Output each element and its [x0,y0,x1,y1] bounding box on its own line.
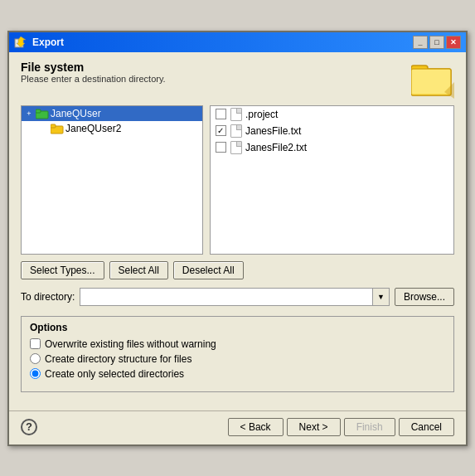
export-dialog: Export _ □ ✕ File system Please enter a … [7,31,468,446]
options-legend: Options [30,322,445,333]
options-group: Options Overwrite existing files without… [21,316,454,392]
option-item-0: Overwrite existing files without warning [30,338,445,350]
tree-panel[interactable]: + JaneQUser [21,105,203,255]
select-all-button[interactable]: Select All [109,261,168,279]
panels: + JaneQUser [21,105,454,255]
svg-rect-8 [36,109,41,113]
expand-icon-root[interactable]: + [23,108,35,119]
file-name-2: JanesFile2.txt [245,142,307,153]
header-area: File system Please enter a destination d… [21,61,454,99]
back-button[interactable]: < Back [228,418,284,436]
select-types-button[interactable]: Select Types... [21,261,104,279]
export-title-icon [14,36,27,49]
section-title: File system [21,61,166,74]
file-panel: .project JanesFile.txt JanesFile2. [210,105,454,255]
folder-large-icon [411,61,454,99]
file-doc-icon-0 [230,108,242,121]
directory-input[interactable] [80,289,372,305]
checkbox-2[interactable] [216,142,226,153]
tree-item-root[interactable]: + JaneQUser [22,106,202,121]
file-name-0: .project [245,109,278,120]
option-item-1: Create directory structure for files [30,353,445,365]
directory-dropdown-button[interactable]: ▼ [372,289,389,305]
deselect-all-button[interactable]: Deselect All [173,261,244,279]
finish-button[interactable]: Finish [344,418,395,436]
directory-combo[interactable]: ▼ [80,288,390,306]
checkbox-0[interactable] [216,109,226,119]
directory-label: To directory: [21,291,75,303]
file-doc-icon-1 [230,124,242,138]
file-item-1: JanesFile.txt [211,123,453,139]
bottom-bar: ? < Back Next > Finish Cancel [9,410,466,444]
file-checkbox-0[interactable] [214,108,227,121]
nav-buttons: < Back Next > Finish Cancel [228,418,454,436]
option-label-0[interactable]: Overwrite existing files without warning [45,338,216,350]
section-description: Please enter a destination directory. [21,74,166,84]
close-button[interactable]: ✕ [446,36,461,49]
header-text: File system Please enter a destination d… [21,61,166,84]
cancel-button[interactable]: Cancel [399,418,454,436]
next-button[interactable]: Next > [287,418,341,436]
dialog-content: File system Please enter a destination d… [9,52,466,410]
expand-icon-child1 [38,123,50,134]
folder-icon-child1 [51,122,64,135]
file-item-0: .project [211,106,453,123]
file-name-1: JanesFile.txt [245,125,301,137]
tree-item-child1[interactable]: JaneQUser2 [22,121,202,136]
tree-item-root-label: JaneQUser [51,108,101,119]
titlebar-left: Export [14,36,64,49]
svg-rect-5 [412,70,450,94]
file-checkbox-2[interactable] [214,141,227,154]
option-radio-1[interactable] [30,353,41,364]
option-label-1[interactable]: Create directory structure for files [45,353,191,365]
titlebar: Export _ □ ✕ [9,32,466,52]
svg-rect-10 [51,124,56,128]
directory-row: To directory: ▼ Browse... [21,288,454,306]
option-item-2: Create only selected directories [30,368,445,380]
option-checkbox-0[interactable] [30,338,41,349]
checkbox-1[interactable] [216,125,226,136]
button-row: Select Types... Select All Deselect All [21,261,454,279]
help-button[interactable]: ? [21,419,37,435]
titlebar-controls: _ □ ✕ [413,36,461,49]
minimize-button[interactable]: _ [413,36,428,49]
file-checkbox-1[interactable] [214,124,227,138]
titlebar-title: Export [32,36,64,48]
browse-button[interactable]: Browse... [395,288,454,306]
maximize-button[interactable]: □ [429,36,444,49]
file-doc-icon-2 [230,141,242,154]
option-radio-2[interactable] [30,368,41,379]
option-label-2[interactable]: Create only selected directories [45,368,184,380]
tree-item-child1-label: JaneQUser2 [65,123,121,134]
file-item-2: JanesFile2.txt [211,139,453,156]
folder-icon-root [36,107,49,120]
